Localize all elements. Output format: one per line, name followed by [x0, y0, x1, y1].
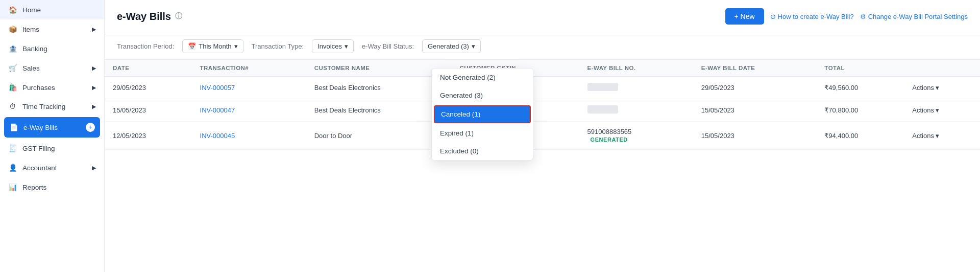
row-actions-cell: Actions ▾	[904, 77, 980, 99]
chevron-right-icon: ▶	[92, 165, 96, 171]
eway-no-blurred	[587, 83, 618, 91]
row-customer: Door to Door	[306, 122, 452, 150]
page-title: e-Way Bills ⓘ	[117, 11, 182, 22]
sidebar-item-label: GST Filing	[22, 145, 55, 152]
row-eway-no: 591008883565GENERATED	[579, 122, 693, 150]
row-customer: Best Deals Electronics	[306, 77, 452, 99]
col-customer: CUSTOMER NAME	[306, 60, 452, 77]
calendar-icon: 📅	[188, 42, 196, 50]
sidebar-item-reports[interactable]: 📊 Reports	[0, 177, 104, 197]
row-actions-cell: Actions ▾	[904, 122, 980, 150]
type-filter-button[interactable]: Invoices ▾	[312, 39, 354, 53]
dropdown-item-label: Not Generated (2)	[440, 74, 496, 81]
sidebar-item-items[interactable]: 📦 Items ▶	[0, 19, 104, 39]
banking-icon: 🏦	[8, 44, 17, 53]
status-label: e-Way Bill Status:	[362, 42, 414, 50]
row-eway-no	[579, 77, 693, 99]
info-icon: ⓘ	[175, 12, 182, 21]
col-eway-date: E-WAY BILL DATE	[693, 60, 817, 77]
sales-icon: 🛒	[8, 64, 17, 72]
actions-button[interactable]: Actions ▾	[912, 84, 939, 92]
page-title-text: e-Way Bills	[117, 11, 171, 22]
sidebar-item-label: Time Tracking	[22, 103, 65, 110]
sidebar-item-label: Reports	[22, 184, 46, 191]
sidebar-item-accountant[interactable]: 👤 Accountant ▶	[0, 158, 104, 177]
col-eway-no: E-WAY BILL NO.	[579, 60, 693, 77]
status-badge: GENERATED	[587, 135, 631, 144]
row-eway-no	[579, 99, 693, 122]
plus-badge-icon: +	[86, 123, 95, 132]
dropdown-item-not-generated[interactable]: Not Generated (2)	[432, 69, 533, 86]
status-dropdown: Not Generated (2) Generated (3) Canceled…	[431, 68, 533, 161]
period-filter-button[interactable]: 📅 This Month ▾	[182, 39, 243, 53]
row-txn[interactable]: INV-000047	[192, 99, 306, 122]
settings-link-text: Change e-Way Bill Portal Settings	[868, 13, 968, 20]
sidebar-item-gst-filing[interactable]: 🧾 GST Filing	[0, 139, 104, 158]
row-total: ₹94,400.00	[816, 122, 904, 150]
sidebar-item-home[interactable]: 🏠 Home	[0, 0, 104, 19]
change-portal-settings-link[interactable]: ⚙ Change e-Way Bill Portal Settings	[860, 13, 968, 20]
dropdown-item-canceled[interactable]: Canceled (1)	[434, 105, 531, 123]
eway-no-blurred	[587, 105, 618, 114]
row-txn[interactable]: INV-000057	[192, 77, 306, 99]
dropdown-item-generated[interactable]: Generated (3)	[432, 86, 533, 104]
purchases-icon: 🛍️	[8, 83, 17, 92]
chevron-down-icon: ▾	[472, 42, 475, 50]
sidebar-item-time-tracking[interactable]: ⏱ Time Tracking ▶	[0, 97, 104, 116]
sidebar-item-purchases[interactable]: 🛍️ Purchases ▶	[0, 78, 104, 97]
sidebar-item-label: Banking	[22, 45, 47, 53]
new-button[interactable]: + New	[725, 8, 764, 25]
dropdown-item-expired[interactable]: Expired (1)	[432, 124, 533, 142]
table-row: 29/05/2023 INV-000057 Best Deals Electro…	[105, 77, 980, 99]
period-label: Transaction Period:	[117, 42, 174, 50]
settings-icon: ⚙	[860, 13, 866, 20]
period-value-text: This Month	[199, 42, 231, 50]
table-row: 15/05/2023 INV-000047 Best Deals Electro…	[105, 99, 980, 122]
accountant-icon: 👤	[8, 164, 17, 172]
sidebar-item-label: Accountant	[22, 164, 57, 172]
col-txn: TRANSACTION#	[192, 60, 306, 77]
sidebar-item-label: Purchases	[22, 84, 55, 92]
time-tracking-icon: ⏱	[8, 103, 17, 110]
status-filter-button[interactable]: Generated (3) ▾	[422, 39, 481, 53]
gst-filing-icon: 🧾	[8, 144, 17, 152]
eway-bills-icon: 📄	[9, 123, 18, 131]
row-eway-date: 15/05/2023	[693, 99, 817, 122]
row-actions-cell: Actions ▾	[904, 99, 980, 122]
row-txn[interactable]: INV-000045	[192, 122, 306, 150]
col-total: TOTAL	[816, 60, 904, 77]
chevron-right-icon: ▶	[92, 26, 96, 33]
page-header: e-Way Bills ⓘ + New ⊙ How to create e-Wa…	[105, 0, 980, 33]
row-eway-date: 15/05/2023	[693, 122, 817, 150]
sidebar-item-banking[interactable]: 🏦 Banking	[0, 39, 104, 58]
header-actions: + New ⊙ How to create e-Way Bill? ⚙ Chan…	[725, 8, 968, 25]
status-value-text: Generated (3)	[428, 42, 469, 50]
col-date: DATE	[105, 60, 192, 77]
main-content: e-Way Bills ⓘ + New ⊙ How to create e-Wa…	[105, 0, 980, 272]
how-to-create-link[interactable]: ⊙ How to create e-Way Bill?	[770, 13, 854, 20]
dropdown-item-label: Generated (3)	[440, 92, 483, 99]
dropdown-item-excluded[interactable]: Excluded (0)	[432, 142, 533, 160]
chevron-right-icon: ▶	[92, 103, 96, 110]
sidebar-item-label: Items	[22, 26, 39, 33]
actions-button[interactable]: Actions ▾	[912, 132, 939, 140]
sidebar-item-label: e-Way Bills	[23, 124, 58, 131]
col-actions	[904, 60, 980, 77]
sidebar-item-label: Home	[22, 6, 41, 14]
actions-button[interactable]: Actions ▾	[912, 106, 939, 114]
items-icon: 📦	[8, 25, 17, 33]
row-date: 29/05/2023	[105, 77, 192, 99]
dropdown-item-label: Canceled (1)	[441, 110, 480, 118]
type-value-text: Invoices	[317, 42, 342, 50]
row-date: 15/05/2023	[105, 99, 192, 122]
sidebar-item-eway-bills[interactable]: 📄 e-Way Bills +	[4, 117, 100, 138]
chevron-down-icon: ▾	[345, 42, 348, 50]
chevron-down-icon: ▾	[936, 106, 939, 114]
chevron-right-icon: ▶	[92, 84, 96, 91]
sidebar-item-sales[interactable]: 🛒 Sales ▶	[0, 58, 104, 78]
home-icon: 🏠	[8, 6, 17, 14]
row-date: 12/05/2023	[105, 122, 192, 150]
sidebar: 🏠 Home 📦 Items ▶ 🏦 Banking 🛒 Sales ▶ 🛍️ …	[0, 0, 105, 272]
reports-icon: 📊	[8, 183, 17, 191]
eway-bills-table: DATE TRANSACTION# CUSTOMER NAME CUSTOMER…	[105, 60, 980, 150]
